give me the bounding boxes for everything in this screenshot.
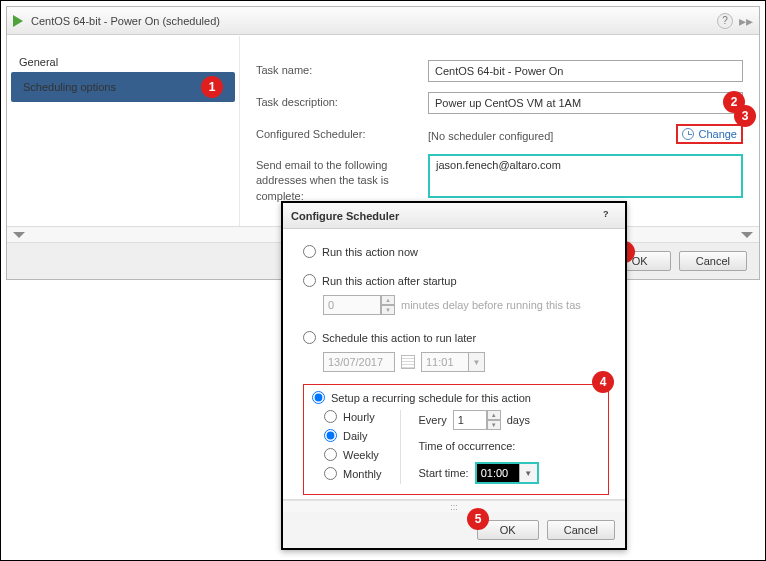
label-occurrence: Time of occurrence: [419,440,539,452]
radio-hourly[interactable] [324,410,337,423]
annotation-3: 3 [734,105,756,127]
radio-daily[interactable] [324,429,337,442]
label-start-time: Start time: [419,467,469,479]
later-time-input[interactable] [422,353,468,371]
dialog-footer: 5 OK Cancel [283,512,625,548]
change-link[interactable]: Change [698,128,737,140]
label-run-later: Schedule this action to run later [322,332,476,344]
dropdown-icon[interactable]: ▼ [468,353,484,371]
calendar-icon[interactable] [401,355,415,369]
start-time-input[interactable] [477,464,519,482]
label-run-now: Run this action now [322,246,418,258]
sidebar-item-general[interactable]: General [7,52,239,72]
sidebar-item-label: Scheduling options [23,81,116,93]
radio-run-now[interactable] [303,245,316,258]
form-area: Task name: Task description: 2 Configure… [239,36,759,226]
annotation-5: 5 [467,508,489,530]
recurring-section: 4 Setup a recurring schedule for this ac… [303,384,609,495]
dialog-title: Configure Scheduler ? [283,203,625,229]
dialog-scrollbar[interactable]: ::: [283,500,625,512]
annotation-1: 1 [201,76,223,98]
radio-recurring[interactable] [312,391,325,404]
email-input[interactable] [428,154,743,198]
titlebar: CentOS 64-bit - Power On (scheduled) ? ▸… [7,7,759,35]
annotation-4: 4 [592,371,614,393]
cancel-button-main[interactable]: Cancel [679,251,747,271]
task-name-input[interactable] [428,60,743,82]
configure-scheduler-dialog: Configure Scheduler ? Run this action no… [281,201,627,550]
label-recurring: Setup a recurring schedule for this acti… [331,392,531,404]
later-date-input[interactable] [323,352,395,372]
sidebar-item-label: General [19,56,58,68]
label-task-desc: Task description: [256,92,428,108]
sidebar: General Scheduling options 1 [7,36,239,226]
label-delay-suffix: minutes delay before running this tas [401,299,581,311]
dropdown-icon[interactable]: ▼ [519,464,537,482]
spinner-down-icon[interactable]: ▼ [487,420,501,430]
spinner-down-icon[interactable]: ▼ [381,305,395,315]
radio-run-later[interactable] [303,331,316,344]
label-email: Send email to the following addresses wh… [256,154,428,204]
task-desc-input[interactable] [428,92,743,114]
label-task-name: Task name: [256,60,428,76]
forward-icon[interactable]: ▸▸ [739,13,753,29]
spinner-up-icon[interactable]: ▲ [381,295,395,305]
label-every: Every [419,414,447,426]
delay-minutes-input[interactable] [323,295,381,315]
spinner-up-icon[interactable]: ▲ [487,410,501,420]
label-scheduler: Configured Scheduler: [256,124,428,140]
radio-run-after-startup[interactable] [303,274,316,287]
sidebar-item-scheduling-options[interactable]: Scheduling options 1 [11,72,235,102]
radio-weekly[interactable] [324,448,337,461]
help-icon[interactable]: ? [717,13,733,29]
label-run-after-startup: Run this action after startup [322,275,457,287]
label-every-unit: days [507,414,530,426]
cancel-button-dialog[interactable]: Cancel [547,520,615,540]
radio-monthly[interactable] [324,467,337,480]
window-title: CentOS 64-bit - Power On (scheduled) [31,15,220,27]
scheduler-value: [No scheduler configured] [428,126,553,142]
every-value-input[interactable] [453,410,487,430]
clock-icon [682,128,694,140]
help-icon[interactable]: ? [603,209,617,223]
power-on-icon [13,15,23,27]
